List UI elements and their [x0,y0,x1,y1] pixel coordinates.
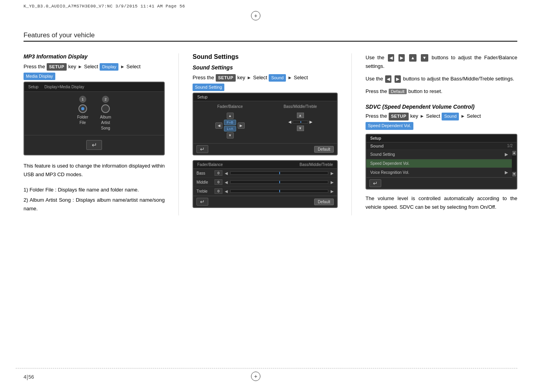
default-badge: Default [389,89,407,94]
fader-up-btn[interactable]: ▲ [227,113,234,119]
sdvc-screen-back-row: ↵ [366,177,517,189]
bass-left-arrow[interactable]: ◀ [288,120,291,124]
arrow-mp3-2: ► [120,63,125,71]
option2-radio[interactable] [101,104,110,113]
bmt-col-title: Bass/Middle/Treble [267,104,334,109]
key-text-mp3: key [68,63,76,71]
fader-labels: F=B L=A [224,120,236,131]
bass-right-arrow[interactable]: ▶ [309,120,313,124]
bass-row-left-arrow[interactable]: ◀ [225,171,228,175]
mp3-screen-title-text: Setup [28,85,38,89]
fader-screen-title: Setup [197,95,207,99]
bass-down-btn[interactable]: ▼ [297,126,304,131]
mp3-option-1: 1 Folder File [77,96,88,131]
treble-row-left-arrow[interactable]: ◀ [225,189,228,193]
sdvc-screen-header: Setup [366,135,517,142]
fader-col-title: Fader/Balance [196,104,264,109]
fader-right-btn[interactable]: ▶ [238,122,245,129]
middle-bar-fill [279,181,280,183]
press-text-sdvc: Press the [366,112,387,120]
fader-bottom-row: ▼ [227,132,234,139]
arrow-sound-2: ► [287,74,292,82]
option1-number: 1 [82,97,84,101]
sdvc-speed-dep-label: Speed Dependent Vol. [370,161,409,166]
bmt-treble-row: Treble 0 ◀ ▶ [193,187,337,196]
bass-up-btn[interactable]: ▲ [297,113,304,118]
press-default-text: Press the [366,88,387,94]
fader-screen-header: Setup [193,93,337,101]
middle-bar [230,181,328,184]
fader-default-btn[interactable]: Default [314,146,334,153]
sdvc-voice-rec-arrow: ▶ [505,170,508,175]
press-text-mp3: Press the [24,63,45,71]
sdvc-title: SDVC (Speed Dependent Volume Control) [366,104,517,110]
middle-row-right-arrow[interactable]: ▶ [331,180,334,184]
fader-back-button[interactable]: ↵ [196,145,208,153]
page-sep [27,375,27,380]
use-text-1: Use the [366,55,384,60]
sdvc-subtitle: Sound [370,144,384,148]
key-text-sdvc: key [410,112,418,120]
mp3-display-screen: Setup Display>Media Display 1 [24,82,165,155]
bass-label: Bass [196,171,212,175]
sound-setting-badge: Sound Setting [193,84,224,91]
feature-list: 1) Folder File : Displays file name and … [24,186,165,213]
sound-badge: Sound [269,74,286,82]
option1-label: Folder File [77,115,88,126]
bmt-middle-row: Middle 0 ◀ ▶ [193,178,337,187]
fader-left-btn[interactable]: ◀ [215,122,222,129]
bass-slider[interactable] [293,121,308,123]
sdvc-sound-setting-arrow: ▶ [505,152,508,157]
bass-slider-indicator [300,121,301,123]
fader-screen-back-row: ↵ Default [193,143,337,155]
bmt-right-title: Bass/Middle/Treble [300,162,333,167]
fader-screen-body: Fader/Balance ▲ ◀ F=B L=A [193,101,337,143]
bass-text: buttons to adjust the Bass/Middle/Treble… [403,76,515,82]
sdvc-scroll-up-btn[interactable]: ▲ [512,151,516,155]
bmt-default-btn[interactable]: Default [314,199,334,205]
section-header: Features of your vehicle [24,31,517,42]
sdvc-back-button[interactable]: ↵ [369,179,381,187]
fb-label: F=B [224,120,236,125]
option1-radio[interactable] [78,104,87,113]
select-text-mp3: Select [84,63,98,71]
treble-label: Treble [196,189,212,193]
option2-label: Album Artist Song [100,115,111,131]
treble-row-right-arrow[interactable]: ▶ [331,189,334,193]
mp3-screen-breadcrumb: Setup Display>Media Display [24,82,164,92]
treble-bar-fill [279,190,280,192]
display-badge-mp3: Display [100,63,118,71]
sdvc-voice-rec-row[interactable]: Voice Recognition Vol. ▶ [366,168,512,177]
sdvc-page: 1/2 [507,144,513,148]
mp3-option-2: 2 Album Artist Song [100,96,111,131]
arrow-mp3-1: ► [78,63,82,71]
treble-bar [230,190,328,193]
sdvc-sound-setting-row[interactable]: Sound Setting ▶ [366,150,512,159]
la-label: L=A [224,126,236,131]
bass-row-right-arrow[interactable]: ▶ [331,171,334,175]
bmt-screen: Fader/Balance Bass/Middle/Treble Bass 0 … [193,160,338,208]
fader-left-panel: Fader/Balance ▲ ◀ F=B L=A [196,104,264,140]
sdvc-speed-dep-row[interactable]: Speed Dependent Vol. [366,159,512,168]
bmt-left-title: Fader/Balance [197,162,223,167]
mp3-screen-back-row: ↵ [24,135,164,155]
bottom-divider [16,368,517,368]
mp3-back-button[interactable]: ↵ [86,140,102,150]
up-arrow-icon: ▲ [409,54,417,62]
reg-mark-top [251,11,260,20]
sound-instruction-line: Press the SETUP key ► Select Sound ► Sel… [193,74,338,91]
middle-row-left-arrow[interactable]: ◀ [225,180,228,184]
bmt-back-button[interactable]: ↵ [196,198,208,206]
setup-badge-sdvc: SETUP [389,113,409,120]
sdvc-menu-list: Sound Setting ▶ Speed Dependent Vol. Voi… [366,150,512,177]
fader-cross-area: ▲ ◀ F=B L=A ▶ ▼ [196,111,264,140]
page-number: 456 [24,374,34,380]
fader-instructions: Use the ◀ ▶ ▲ ▼ buttons to adjust the Fa… [366,53,517,71]
feature-description: This feature is used to change the infor… [24,162,165,179]
sound-settings-subtitle: Sound Settings [193,64,338,71]
sdvc-voice-rec-label: Voice Recognition Vol. [370,170,409,175]
bmt-header: Fader/Balance Bass/Middle/Treble [193,161,337,169]
sdvc-scroll-down-btn[interactable]: ▼ [512,172,516,177]
middle-column: Sound Settings Sound Settings Press the … [193,53,338,215]
fader-down-btn[interactable]: ▼ [227,132,234,139]
